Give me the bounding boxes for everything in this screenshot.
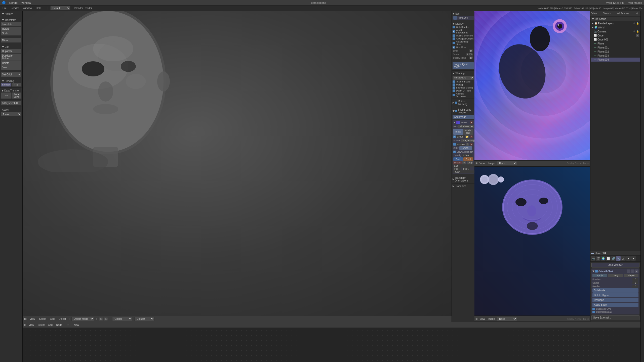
node-node-btn[interactable]: Node bbox=[55, 323, 63, 327]
scale-btn[interactable]: Scale bbox=[1, 31, 21, 35]
mod-up-btn[interactable]: ↑ bbox=[627, 269, 630, 273]
object-prop-icon[interactable]: ⬜ bbox=[606, 256, 611, 261]
smooth-btn[interactable]: Smooth bbox=[1, 83, 11, 86]
right-scrollbar[interactable] bbox=[640, 11, 644, 362]
render-prop-icon[interactable]: 📷 bbox=[591, 256, 595, 261]
data-btn[interactable]: Data bbox=[1, 93, 11, 99]
data-layo-btn[interactable]: Data Layo bbox=[12, 93, 22, 99]
object-mode-select[interactable]: Object Mode bbox=[71, 317, 94, 321]
scene-item-cube001[interactable]: ⬜ Cube.001 bbox=[591, 37, 640, 41]
tr-render-select[interactable]: Race bbox=[497, 161, 517, 165]
grid-floor-cb[interactable]: ✓ bbox=[453, 46, 455, 49]
node-select-btn[interactable]: Select bbox=[37, 323, 46, 327]
x-offset-field[interactable] bbox=[453, 164, 474, 167]
layout-select[interactable]: Default bbox=[50, 6, 70, 10]
duplicate-linked-btn[interactable]: Duplicate Linked bbox=[1, 54, 21, 61]
apply-modifier-btn[interactable]: Apply bbox=[592, 274, 607, 277]
br-image-btn[interactable]: Image bbox=[487, 317, 496, 321]
scene-item-plane002[interactable]: ▬ Plane.002 bbox=[591, 50, 640, 54]
set-origin-btn[interactable]: Set Origin ▼ bbox=[1, 72, 21, 77]
top-right-viewport[interactable]: ⊞ View Image Race Display Render Times bbox=[474, 11, 590, 166]
add-image-btn[interactable]: Add Image bbox=[453, 115, 474, 119]
bg-images-title[interactable]: ✓ Background Images bbox=[453, 108, 474, 114]
scene-item-plane003[interactable]: ▬ Plane.003 bbox=[591, 54, 640, 58]
br-view-btn[interactable]: View bbox=[478, 317, 486, 321]
world-bg-cb[interactable]: ✓ bbox=[453, 30, 455, 33]
global-select[interactable]: Global bbox=[112, 317, 132, 321]
multitexture-select[interactable]: Multitexture bbox=[453, 76, 474, 80]
subdiv-value[interactable]: 10 bbox=[469, 56, 473, 59]
simple-modifier-btn[interactable]: Simple bbox=[624, 274, 638, 277]
display-title[interactable]: Display bbox=[453, 22, 474, 26]
vp-icon-1[interactable]: ⊙ bbox=[99, 318, 103, 321]
clear-image-btn[interactable]: ✕ bbox=[470, 135, 473, 138]
image-vis-cb[interactable]: ✓ bbox=[453, 135, 456, 138]
flip-h-btn[interactable]: Flip H bbox=[453, 167, 461, 170]
vp-icon-2[interactable]: ◎ bbox=[104, 318, 108, 321]
scene-item-camera[interactable]: 📷 Camera 👁 🔒 bbox=[591, 29, 640, 33]
backface-cb[interactable]: ✓ bbox=[453, 86, 455, 89]
history-header[interactable]: History bbox=[1, 12, 21, 16]
preview-value[interactable]: 5 bbox=[632, 278, 638, 281]
join-btn[interactable]: Join bbox=[1, 65, 21, 70]
front-btn[interactable]: Front bbox=[463, 157, 473, 161]
item-title[interactable]: Item bbox=[453, 12, 474, 16]
scene-item-cube[interactable]: ⬜ Cube 1 bbox=[591, 33, 640, 37]
subdivide-btn[interactable]: Subdivide bbox=[592, 288, 638, 293]
info-file-menu[interactable]: File bbox=[2, 6, 8, 10]
rotation-field[interactable] bbox=[453, 170, 474, 173]
scene-item-plane[interactable]: ▬ Plane bbox=[591, 41, 640, 46]
bottom-right-viewport[interactable]: ⊞ View Image Race Display Render Times bbox=[474, 167, 590, 322]
ao-cb[interactable] bbox=[453, 94, 455, 96]
image-browse-btn[interactable]: 📁 bbox=[465, 135, 469, 138]
shading-props-title[interactable]: Shading bbox=[453, 71, 474, 75]
lines-value[interactable]: 16 bbox=[469, 49, 473, 52]
delete-btn[interactable]: Delete bbox=[1, 61, 21, 65]
scene-item-world[interactable]: 🌍 World bbox=[591, 25, 640, 29]
vp-view-menu[interactable]: View bbox=[29, 317, 36, 321]
info-help-menu[interactable]: Help bbox=[35, 6, 42, 10]
fit-btn[interactable]: Fit bbox=[462, 161, 467, 164]
vp-object-menu[interactable]: Object bbox=[58, 317, 67, 321]
node-view-btn[interactable]: View bbox=[28, 323, 35, 327]
scene-prop-icon[interactable]: 🎬 bbox=[596, 256, 600, 261]
subdivide-uvs-cb[interactable]: ✓ bbox=[592, 308, 595, 310]
scale-value[interactable]: 1.000 bbox=[466, 53, 473, 56]
source-select[interactable]: Single Image bbox=[461, 139, 474, 142]
view-as-render-cb[interactable]: ✓ bbox=[453, 151, 456, 153]
opacity-field[interactable]: 0.000 bbox=[462, 154, 472, 157]
save-external-btn[interactable]: Save External... bbox=[591, 315, 639, 320]
optimal-display-cb[interactable]: ✓ bbox=[592, 311, 595, 313]
filepath-field[interactable] bbox=[456, 143, 465, 146]
stretch-btn[interactable]: Stretch bbox=[453, 161, 462, 164]
info-window-menu[interactable]: Window bbox=[22, 6, 33, 10]
bg-images-cb[interactable]: ✓ bbox=[455, 110, 457, 112]
mod-close-btn[interactable]: ✕ bbox=[635, 269, 638, 273]
rotate-btn[interactable]: Rotate bbox=[1, 27, 21, 31]
mirror-btn[interactable]: Mirror bbox=[1, 38, 21, 42]
node-editor-canvas[interactable] bbox=[23, 328, 640, 362]
main-3d-viewport[interactable]: ⊞ View Select Add Object | Object Mode |… bbox=[23, 11, 452, 322]
filepath-x-btn[interactable]: ✕ bbox=[470, 143, 473, 146]
toggle-select[interactable]: Toggle bbox=[1, 112, 21, 116]
scene-item-plane001[interactable]: ▬ Plane.001 bbox=[591, 46, 640, 50]
flip-v-btn[interactable]: Flip V bbox=[462, 167, 470, 170]
apply-base-btn[interactable]: Apply Base bbox=[592, 303, 638, 307]
mod-down-btn[interactable]: ↓ bbox=[631, 269, 634, 273]
image-tab-btn[interactable]: Image bbox=[453, 129, 463, 135]
copy-modifier-btn[interactable]: Copy bbox=[608, 274, 623, 277]
filepath-cb[interactable] bbox=[453, 143, 456, 146]
deselect-all-btn[interactable]: 0(De)select All bbox=[1, 101, 21, 105]
motion-tracking-title[interactable]: ✓ Motion Tracking bbox=[453, 100, 474, 106]
motion-tracking-cb[interactable]: ✓ bbox=[455, 102, 457, 104]
translate-btn[interactable]: Translate bbox=[1, 22, 21, 26]
filepath-reload-btn[interactable]: ↻ bbox=[466, 143, 469, 146]
render-value[interactable]: 5 bbox=[632, 285, 638, 288]
movie-clip-tab-btn[interactable]: Movie Clip bbox=[463, 129, 473, 135]
crop-btn[interactable]: Crop bbox=[467, 161, 473, 164]
node-add-btn[interactable]: Add bbox=[47, 323, 54, 327]
br-render-select[interactable]: Race bbox=[497, 317, 517, 321]
shading-header[interactable]: Shading bbox=[1, 79, 21, 83]
all-origins-cb[interactable] bbox=[453, 37, 455, 40]
reshape-btn[interactable]: Reshape bbox=[592, 298, 638, 302]
